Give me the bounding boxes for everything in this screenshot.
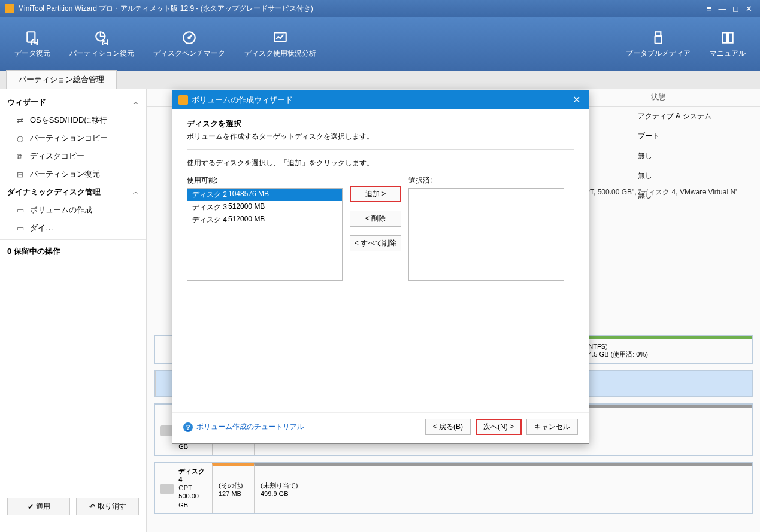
volume-icon: ▭ [17,206,25,214]
usb-icon [650,29,667,46]
dialog-subheading: ボリュームを作成するターゲットディスクを選択します。 [187,132,574,142]
partition-title: J:(NTFS) [581,343,746,350]
selected-label: 選択済: [408,175,564,186]
button-label: 適用 [36,501,50,512]
menu-button[interactable]: ≡ [703,3,716,14]
list-item[interactable]: ディスク 4512000 MB [187,214,342,226]
disk-name: ディスク 4 [192,215,228,225]
partition-unallocated[interactable]: (未割り当て) 499.9 GB [254,463,752,513]
toolbar-bootable-media[interactable]: ブータブルメディア [616,29,700,59]
list-item[interactable]: ディスク 3512000 MB [187,201,342,214]
disk-size: 500.00 GB [178,493,199,508]
partition-other[interactable]: (その他) 127 MB [212,463,254,513]
next-button[interactable]: 次へ(N) > [476,419,522,435]
table-row[interactable]: マリ無し [572,146,760,166]
table-row[interactable]: マリアクティブ & システム [572,107,760,126]
toolbar-label: ディスク使用状況分析 [244,48,316,59]
sidebar-item-partition-copy[interactable]: ◷パーティションコピー [0,129,146,147]
tutorial-link[interactable]: ?ボリューム作成のチュートリアル [183,422,304,432]
sidebar-item-disk-copy[interactable]: ⧉ディスクコピー [0,147,146,165]
cell: 無し [638,171,760,181]
link-label: ボリューム作成のチュートリアル [196,422,304,432]
check-icon: ✔ [28,503,34,511]
migrate-icon: ⇄ [17,116,25,124]
table-row[interactable]: マリブート [572,126,760,146]
toolbar-disk-usage[interactable]: ディスク使用状況分析 [235,29,326,59]
svg-rect-6 [655,35,662,43]
partition-j[interactable]: J:(NTFS) 224.5 GB (使用済: 0%) [574,336,752,363]
dialog-titlebar[interactable]: ボリュームの作成ウィザード ✕ [172,90,589,109]
toolbar-data-recovery[interactable]: データ復元 [5,29,60,59]
refresh-doc-icon [24,29,41,46]
sidebar-item-label: パーティションコピー [30,133,108,144]
dialog-title: ボリュームの作成ウィザード [192,95,293,105]
remove-all-button[interactable]: < すべて削除 [350,235,401,251]
undo-button[interactable]: ↶取り消す [76,498,139,515]
sidebar-item-label: OSをSSD/HDDに移行 [30,115,107,126]
sidebar-item-label: ディスクコピー [30,151,84,162]
minimize-button[interactable]: — [716,3,729,14]
toolbar-label: マニュアル [710,48,746,59]
disk-name: ディスク 4 [178,467,205,483]
maximize-button[interactable]: ◻ [729,3,742,14]
remove-button[interactable]: < 削除 [350,211,401,227]
chevron-up-icon: ︿ [133,98,139,107]
create-volume-wizard-dialog: ボリュームの作成ウィザード ✕ ディスクを選択 ボリュームを作成するターゲットデ… [172,90,589,444]
sidebar-section-label: ダイナミックディスク管理 [7,187,101,197]
partition-size: 499.9 GB [261,490,746,497]
disk-size: 512000 MB [228,215,265,225]
list-item[interactable]: ディスク 21048576 MB [187,189,342,201]
dialog-heading: ディスクを選択 [187,118,574,129]
toolbar-disk-benchmark[interactable]: ディスクベンチマーク [144,29,235,59]
sidebar-item-partition-recovery[interactable]: ⊟パーティション復元 [0,165,146,183]
sidebar-item-truncated[interactable]: ▭ダイ… [0,219,146,237]
apply-button[interactable]: ✔適用 [7,498,70,515]
toolbar: データ復元 パーティション復元 ディスクベンチマーク ディスク使用状況分析 ブー… [0,17,760,71]
pie-refresh-icon [93,29,110,46]
undo-icon: ↶ [89,503,95,511]
dynamic-disk-note: k, GPT, 500.00 GB", "ディスク 4, VMware Virt… [572,187,753,197]
tabs: パーティション総合管理 [0,71,760,89]
hdd-icon [160,484,174,494]
toolbar-manual[interactable]: マニュアル [700,29,755,59]
toolbar-label: データ復元 [14,48,50,59]
close-button[interactable]: ✕ [742,3,755,14]
sidebar-item-label: パーティション復元 [30,169,100,180]
selected-disks-list[interactable] [408,188,564,281]
sidebar-item-label: ボリュームの作成 [30,205,92,215]
cell: アクティブ & システム [638,111,760,121]
dialog-footer: ?ボリューム作成のチュートリアル < 戻る(B) 次へ(N) > キャンセル [172,412,589,443]
available-disks-list[interactable]: ディスク 21048576 MB ディスク 3512000 MB ディスク 45… [187,188,343,281]
disk-block-4[interactable]: ディスク 4 GPT 500.00 GB (その他) 127 MB (未割り当て… [154,462,753,514]
disk-type: GPT [178,484,192,491]
sidebar-section-dynamic[interactable]: ダイナミックディスク管理 ︿ [0,183,146,201]
sidebar: ウィザード ︿ ⇄OSをSSD/HDDに移行 ◷パーティションコピー ⧉ディスク… [0,89,147,532]
copy-icon: ⧉ [17,152,25,160]
clock-icon: ◷ [17,134,25,142]
sidebar-item-create-volume[interactable]: ▭ボリュームの作成 [0,201,146,219]
toolbar-partition-recovery[interactable]: パーティション復元 [60,29,144,59]
partition-sub: 224.5 GB (使用済: 0%) [581,350,746,359]
toolbar-label: パーティション復元 [69,48,134,59]
svg-rect-0 [27,32,35,42]
dialog-close-button[interactable]: ✕ [570,94,583,105]
table-row[interactable]: 無し [572,166,760,186]
generic-icon: ▭ [17,224,25,232]
help-icon: ? [183,422,193,432]
available-label: 使用可能: [187,175,343,186]
book-icon [719,29,736,46]
disk-name: ディスク 3 [192,202,228,212]
svg-point-3 [188,37,190,38]
back-button[interactable]: < 戻る(B) [425,419,471,435]
add-button[interactable]: 追加 > [350,186,401,202]
app-icon [5,4,14,13]
sidebar-section-wizard[interactable]: ウィザード ︿ [0,93,146,111]
cell: 無し [638,151,760,161]
cancel-button[interactable]: キャンセル [526,419,578,435]
partition-size: 127 MB [219,490,248,497]
disk-name: ディスク 2 [192,190,228,200]
disk-icon: ⊟ [17,170,25,178]
tab-partition-management[interactable]: パーティション総合管理 [6,70,117,89]
sidebar-item-migrate-os[interactable]: ⇄OSをSSD/HDDに移行 [0,111,146,129]
partition-title: (その他) [219,481,248,490]
